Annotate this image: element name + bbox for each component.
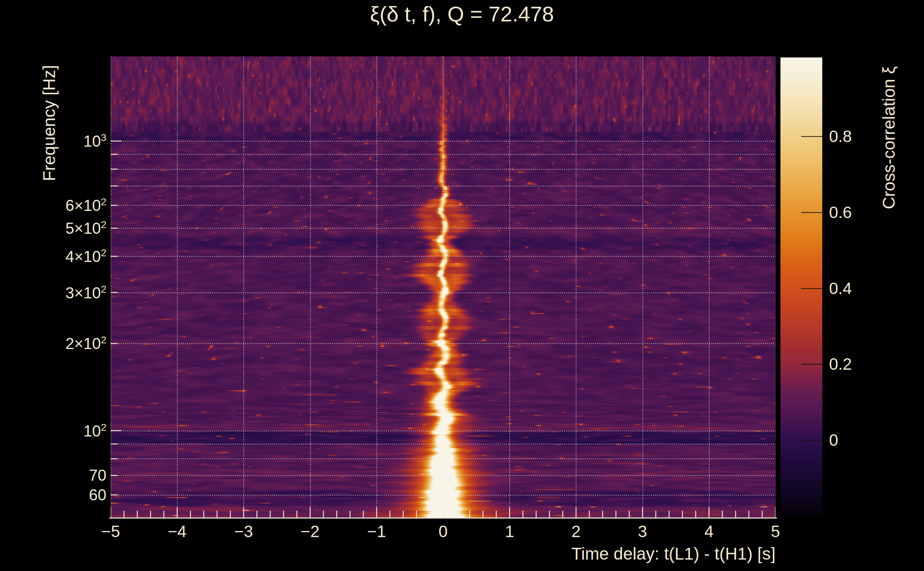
- spectrogram-heatmap: [111, 56, 776, 518]
- y-tick-label: 103: [0, 133, 107, 149]
- x-tick-label: 5: [771, 523, 780, 540]
- x-axis-line: [109, 517, 777, 519]
- y-tick-label: 70: [0, 468, 107, 483]
- y-tick-label: 6×102: [0, 197, 107, 213]
- colorbar-tick-label: 0.8: [829, 128, 852, 145]
- figure-canvas: ξ(δ t, f), Q = 72.478 Frequency [Hz] Tim…: [0, 0, 924, 571]
- colorbar-gradient: [780, 57, 822, 518]
- y-tick-label: 2×102: [0, 335, 107, 352]
- y-tick-exponent: 2: [101, 196, 107, 207]
- x-tick-label: −4: [168, 523, 186, 540]
- x-tick-label: 2: [572, 523, 581, 540]
- y-tick-exponent: 3: [101, 132, 107, 143]
- y-tick-label: 3×102: [0, 284, 107, 301]
- x-tick-label: 1: [505, 523, 514, 540]
- y-tick-exponent: 2: [101, 422, 107, 433]
- x-tick-label: −5: [101, 523, 120, 540]
- x-axis-title: Time delay: t(L1) - t(H1) [s]: [571, 545, 776, 562]
- y-tick-exponent: 2: [101, 219, 107, 230]
- x-tick-label: −1: [368, 523, 386, 540]
- page-title: ξ(δ t, f), Q = 72.478: [0, 3, 924, 25]
- y-tick-label: 60: [0, 487, 107, 503]
- y-tick-exponent: 2: [101, 284, 107, 295]
- y-tick-label: 102: [0, 423, 107, 439]
- x-tick-label: 4: [705, 523, 714, 540]
- colorbar-title: Cross-correlation ξ: [881, 66, 898, 209]
- colorbar-tick-label: 0.4: [829, 280, 852, 296]
- x-tick-label: −3: [234, 523, 253, 540]
- colorbar-tick-label: 0: [829, 432, 838, 448]
- y-tick-exponent: 2: [101, 335, 107, 346]
- colorbar-tick-label: 0.6: [829, 204, 852, 221]
- x-tick-label: −2: [301, 523, 319, 540]
- y-tick-exponent: 2: [101, 247, 107, 258]
- y-tick-label: 4×102: [0, 248, 107, 264]
- x-tick-label: 0: [439, 523, 448, 540]
- x-tick-label: 3: [638, 523, 647, 540]
- y-tick-label: 5×102: [0, 220, 107, 237]
- y-axis-title: Frequency [Hz]: [41, 65, 58, 181]
- colorbar-tick-label: 0.2: [829, 356, 852, 372]
